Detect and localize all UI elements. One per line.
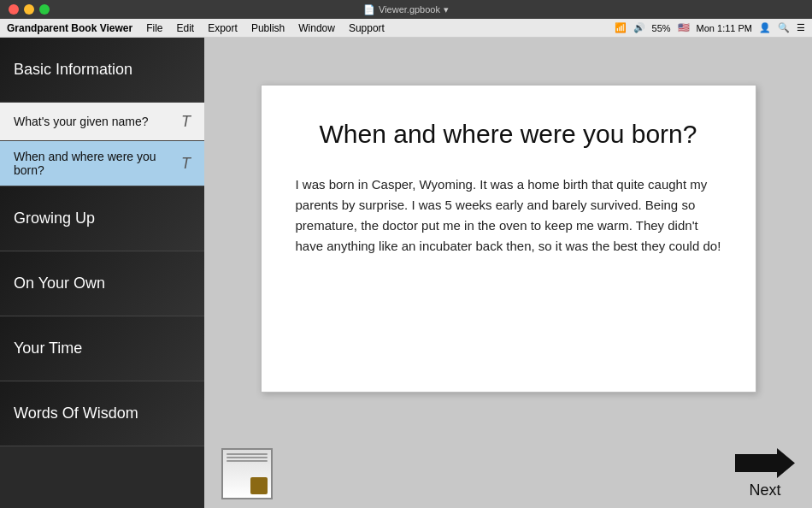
sidebar-subitem-given-name[interactable]: What's your given name? T (0, 103, 204, 141)
menu-icon[interactable]: ☰ (797, 22, 805, 33)
page-area: When and where were you born? I was born… (204, 38, 812, 440)
sidebar-section-words-of-wisdom[interactable]: Words Of Wisdom (0, 381, 204, 446)
app-container: Basic Information What's your given name… (0, 38, 812, 508)
sidebar-section-label: Words Of Wisdom (14, 405, 138, 422)
clock: Mon 1:11 PM (697, 23, 752, 33)
window-title: 📄 Viewer.gpbook ▾ (363, 4, 449, 15)
next-label: Next (749, 481, 780, 499)
sidebar-section-your-time[interactable]: Your Time (0, 316, 204, 381)
sidebar: Basic Information What's your given name… (0, 38, 204, 508)
next-button[interactable]: Next (735, 448, 795, 499)
bottom-bar: Next (204, 440, 812, 508)
thumbnail-inner (223, 450, 271, 498)
flag-icon: 🇺🇸 (678, 22, 690, 33)
title-bar: 📄 Viewer.gpbook ▾ (0, 0, 812, 19)
thumbnail-area (221, 448, 273, 499)
thumbnail-line (227, 460, 268, 462)
sidebar-section-label: On Your Own (14, 275, 105, 292)
main-content: When and where were you born? I was born… (204, 38, 812, 508)
text-icon: T (181, 113, 191, 131)
sidebar-subitem-born[interactable]: When and where were you born? T (0, 141, 204, 186)
menu-file[interactable]: File (146, 22, 162, 34)
app-name: Grandparent Book Viewer (7, 22, 132, 34)
file-icon: 📄 (363, 4, 375, 15)
wifi-icon: 📶 (615, 22, 627, 33)
menu-bar-right: 📶 🔊 55% 🇺🇸 Mon 1:11 PM 👤 🔍 ☰ (615, 22, 805, 33)
user-icon: 👤 (759, 22, 771, 33)
close-button[interactable] (9, 4, 19, 15)
search-icon[interactable]: 🔍 (778, 22, 790, 33)
sidebar-section-label: Basic Information (14, 61, 132, 79)
volume-icon: 🔊 (633, 22, 645, 33)
book-page: When and where were you born? I was born… (261, 85, 756, 393)
sidebar-subitem-label: What's your given name? (14, 115, 181, 128)
text-icon: T (181, 155, 191, 173)
thumbnail-line (227, 457, 268, 458)
thumbnail-image (250, 477, 268, 494)
thumbnail-line (227, 453, 268, 455)
menu-bar: Grandparent Book Viewer File Edit Export… (0, 19, 812, 38)
page-title: When and where were you born? (296, 120, 721, 149)
sidebar-section-on-your-own[interactable]: On Your Own (0, 251, 204, 316)
sidebar-subitem-label: When and where were you born? (14, 150, 181, 177)
sidebar-section-basic-information[interactable]: Basic Information (0, 38, 204, 103)
thumbnail[interactable] (221, 448, 273, 499)
page-body: I was born in Casper, Wyoming. It was a … (296, 174, 721, 257)
minimize-button[interactable] (24, 4, 34, 15)
traffic-lights (9, 4, 50, 15)
menu-export[interactable]: Export (208, 22, 238, 34)
menu-edit[interactable]: Edit (177, 22, 195, 34)
next-arrow-icon (735, 448, 795, 478)
maximize-button[interactable] (39, 4, 50, 15)
battery-status: 55% (652, 23, 671, 33)
menu-publish[interactable]: Publish (251, 22, 285, 34)
sidebar-section-growing-up[interactable]: Growing Up (0, 186, 204, 251)
sidebar-section-label: Growing Up (14, 210, 95, 227)
sidebar-section-label: Your Time (14, 340, 82, 357)
menu-window[interactable]: Window (298, 22, 335, 34)
menu-support[interactable]: Support (349, 22, 385, 34)
